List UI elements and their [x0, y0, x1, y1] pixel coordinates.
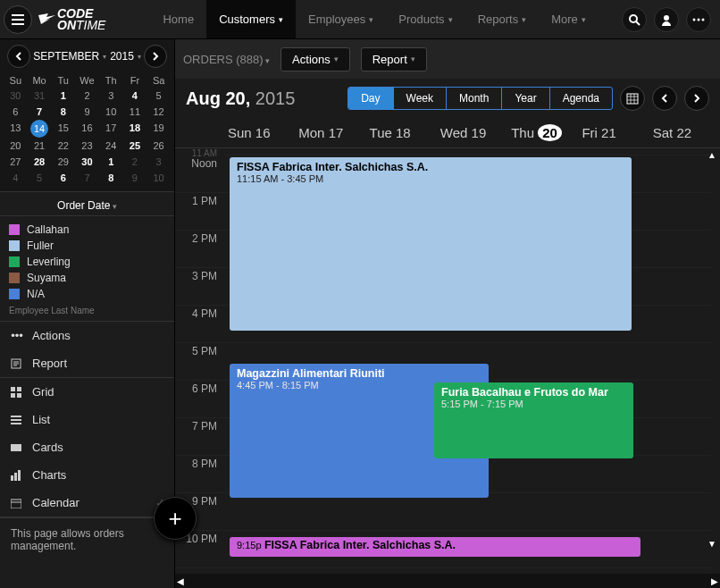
day-header[interactable]: Thu 20 — [507, 118, 578, 147]
mini-day[interactable]: 2 — [123, 154, 147, 170]
user-button[interactable] — [654, 7, 679, 32]
day-header[interactable]: Sun 16 — [224, 118, 295, 147]
mini-day[interactable]: 1 — [51, 88, 75, 104]
mini-day[interactable]: 30 — [4, 88, 28, 104]
mini-day[interactable]: 25 — [123, 138, 147, 154]
actions-button[interactable]: Actions — [280, 47, 350, 71]
day-header[interactable]: Sat 22 — [649, 118, 720, 147]
legend-item[interactable]: Suyama — [9, 270, 165, 286]
legend-swatch — [9, 240, 20, 251]
add-button[interactable]: + — [154, 497, 197, 540]
menu-button[interactable] — [4, 5, 32, 34]
view-calendar[interactable]: Calendar ✓ — [0, 489, 174, 517]
mini-day[interactable]: 9 — [123, 170, 147, 186]
mini-day[interactable]: 6 — [4, 104, 28, 120]
mini-day[interactable]: 16 — [75, 120, 99, 138]
mini-day[interactable]: 15 — [51, 120, 75, 138]
scroll-right-icon[interactable]: ▶ — [711, 576, 718, 586]
nav-more[interactable]: More — [539, 0, 599, 38]
day-header[interactable]: Tue 18 — [366, 118, 437, 147]
search-button[interactable] — [622, 7, 647, 32]
datepicker-button[interactable] — [620, 86, 645, 111]
mini-day[interactable]: 27 — [4, 154, 28, 170]
horizontal-scrollbar[interactable]: ◀ ▶ — [175, 574, 720, 588]
prev-button[interactable] — [652, 86, 677, 111]
mini-day[interactable]: 9 — [75, 104, 99, 120]
next-button[interactable] — [684, 86, 709, 111]
nav-reports[interactable]: Reports — [465, 0, 540, 38]
mini-day[interactable]: 17 — [99, 120, 123, 138]
mini-day[interactable]: 30 — [75, 154, 99, 170]
next-month-button[interactable] — [144, 45, 167, 68]
mini-day[interactable]: 10 — [99, 104, 123, 120]
mini-day[interactable]: 18 — [123, 120, 147, 138]
mini-day[interactable]: 21 — [28, 138, 52, 154]
order-date-selector[interactable]: Order Date — [0, 192, 174, 216]
day-header[interactable]: Mon 17 — [295, 118, 365, 147]
mini-day[interactable]: 6 — [51, 170, 75, 186]
mini-day[interactable]: 11 — [123, 104, 147, 120]
mini-day[interactable]: 5 — [28, 170, 52, 186]
sidebar-report[interactable]: Report — [0, 349, 174, 377]
legend-name: N/A — [27, 288, 45, 300]
mini-day[interactable]: 10 — [147, 170, 171, 186]
view-list[interactable]: List — [0, 406, 174, 433]
calendar-event[interactable]: Furia Bacalhau e Frutos do Mar5:15 PM - … — [434, 382, 633, 458]
mini-day[interactable]: 24 — [99, 138, 123, 154]
day-header[interactable]: Fri 21 — [578, 118, 649, 147]
mini-day[interactable]: 7 — [75, 170, 99, 186]
mini-day[interactable]: 7 — [28, 104, 52, 120]
time-label: Noon — [175, 155, 224, 193]
mini-day[interactable]: 4 — [4, 170, 28, 186]
mini-day[interactable]: 12 — [147, 104, 171, 120]
mini-day[interactable]: 5 — [147, 88, 171, 104]
mini-day[interactable]: 8 — [99, 170, 123, 186]
mini-day[interactable]: 23 — [75, 138, 99, 154]
legend-item[interactable]: Leverling — [9, 254, 165, 270]
tab-agenda[interactable]: Agenda — [549, 88, 612, 109]
mini-day[interactable]: 20 — [4, 138, 28, 154]
scroll-left-icon[interactable]: ◀ — [177, 576, 184, 586]
mini-day[interactable]: 28 — [28, 154, 52, 170]
nav-home[interactable]: Home — [150, 0, 206, 38]
tab-year[interactable]: Year — [501, 88, 548, 109]
tab-month[interactable]: Month — [446, 88, 501, 109]
mini-day[interactable]: 4 — [123, 88, 147, 104]
time-grid[interactable]: 11 AMNoon1 PM2 PM3 PM4 PM5 PM6 PM7 PM8 P… — [175, 148, 720, 568]
mini-day[interactable]: 26 — [147, 138, 171, 154]
mini-day[interactable]: 2 — [75, 88, 99, 104]
mini-day[interactable]: 1 — [99, 154, 123, 170]
prev-month-button[interactable] — [7, 45, 30, 68]
nav-products[interactable]: Products — [386, 0, 465, 38]
view-cards[interactable]: Cards — [0, 433, 174, 461]
scroll-up-icon[interactable]: ▲ — [707, 150, 716, 160]
calendar-event[interactable]: FISSA Fabrica Inter. Salchichas S.A.11:1… — [230, 157, 632, 331]
scroll-down-icon[interactable]: ▼ — [707, 539, 716, 549]
legend-item[interactable]: N/A — [9, 286, 165, 302]
view-calendar-label: Calendar — [32, 496, 80, 509]
mini-day[interactable]: 3 — [147, 154, 171, 170]
mini-cal-title[interactable]: SEPTEMBER▾ 2015▾ — [33, 50, 141, 63]
mini-day[interactable]: 19 — [147, 120, 171, 138]
nav-employees[interactable]: Employees — [296, 0, 386, 38]
view-grid[interactable]: Grid — [0, 378, 174, 406]
mini-day[interactable]: 8 — [51, 104, 75, 120]
legend-item[interactable]: Fuller — [9, 238, 165, 254]
legend-item[interactable]: Callahan — [9, 222, 165, 238]
mini-day[interactable]: 14 — [30, 120, 48, 138]
nav-customers[interactable]: Customers — [206, 0, 296, 38]
tab-day[interactable]: Day — [348, 88, 392, 109]
more-button[interactable] — [686, 7, 711, 32]
day-header[interactable]: Wed 19 — [437, 118, 507, 147]
sidebar-actions[interactable]: ••• Actions — [0, 322, 174, 349]
mini-day[interactable]: 13 — [4, 120, 28, 138]
view-charts[interactable]: Charts — [0, 461, 174, 489]
mini-day[interactable]: 22 — [51, 138, 75, 154]
orders-crumb[interactable]: ORDERS (888) — [183, 53, 270, 66]
mini-day[interactable]: 29 — [51, 154, 75, 170]
calendar-event[interactable]: 9:15p FISSA Fabrica Inter. Salchichas S.… — [230, 537, 640, 557]
mini-day[interactable]: 31 — [28, 88, 52, 104]
mini-day[interactable]: 3 — [99, 88, 123, 104]
tab-week[interactable]: Week — [393, 88, 446, 109]
report-button[interactable]: Report — [361, 47, 427, 71]
